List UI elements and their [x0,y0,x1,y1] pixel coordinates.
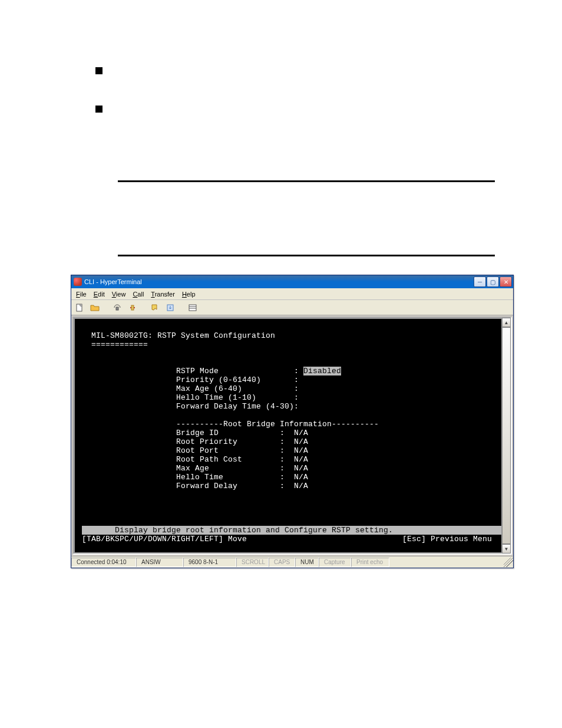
new-file-icon[interactable] [74,302,85,314]
title-bar: CLI - HyperTerminal ─ ▢ ✕ [71,275,513,288]
window-controls: ─ ▢ ✕ [473,276,512,287]
bullet-icon [95,106,103,113]
menu-view[interactable]: View [108,289,130,299]
status-bar: Connected 0:04:10 ANSIW 9600 8-N-1 SCROL… [71,556,513,568]
receive-icon[interactable] [164,302,176,314]
scroll-down-button[interactable]: ▼ [502,544,511,554]
svg-rect-4 [189,305,196,311]
terminal-area: MIL-SM8002TG: RSTP System Configuration … [71,315,513,556]
status-baud: 9600 8-N-1 [183,558,236,567]
hyperterminal-window: CLI - HyperTerminal ─ ▢ ✕ File Edit View… [71,275,514,568]
status-num: NUM [295,558,319,567]
svg-rect-1 [116,307,118,310]
app-icon [74,278,82,286]
status-capture: Capture [319,558,351,567]
status-connected: Connected 0:04:10 [71,558,136,567]
maximize-button[interactable]: ▢ [487,276,499,287]
minimize-button[interactable]: ─ [474,276,486,287]
status-printecho: Print echo [351,558,389,567]
toolbar [71,300,513,315]
scroll-up-button[interactable]: ▲ [502,318,511,327]
status-caps: CAPS [269,558,295,567]
status-scroll: SCROLL [236,558,269,567]
divider [118,255,495,256]
resize-grip-icon[interactable] [504,558,513,567]
properties-icon[interactable] [187,302,199,314]
terminal-output[interactable]: MIL-SM8002TG: RSTP System Configuration … [74,318,501,554]
menu-file[interactable]: File [72,289,90,299]
menu-call[interactable]: Call [129,289,147,299]
scrollbar[interactable]: ▲ ▼ [501,318,511,554]
disconnect-icon[interactable] [127,302,138,314]
window-title: CLI - HyperTerminal [84,278,142,285]
divider [118,180,495,182]
open-folder-icon[interactable] [89,302,101,314]
menu-bar: File Edit View Call Transfer Help [71,288,513,300]
menu-help[interactable]: Help [178,289,199,299]
send-icon[interactable] [149,302,161,314]
svg-rect-0 [77,304,82,311]
connect-icon[interactable] [111,302,123,314]
menu-transfer[interactable]: Transfer [147,289,178,299]
svg-rect-2 [131,305,134,310]
menu-edit[interactable]: Edit [90,289,108,299]
status-term: ANSIW [136,558,183,567]
bullet-icon [95,67,103,74]
close-button[interactable]: ✕ [500,276,512,287]
scroll-thumb[interactable] [502,327,511,544]
scroll-track[interactable] [502,327,511,544]
